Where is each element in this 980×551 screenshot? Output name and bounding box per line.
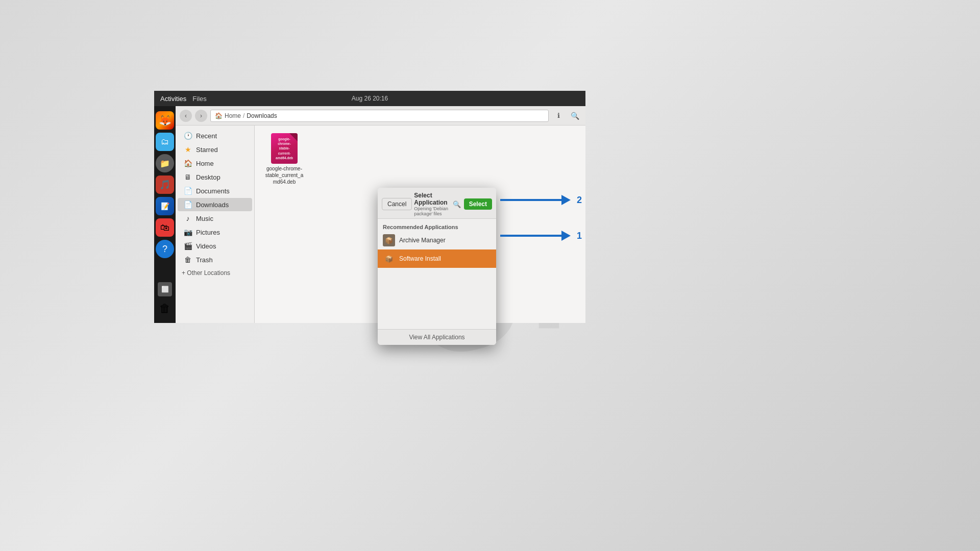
sidebar-item-downloads[interactable]: 📄 Downloads <box>178 198 252 211</box>
software-install-label: Software Install <box>399 255 441 262</box>
dialog-title: Select Application <box>414 192 449 206</box>
breadcrumb: 🏠 Home / Downloads <box>210 110 549 122</box>
select-application-dialog: Cancel Select Application Opening 'Debia… <box>378 188 496 345</box>
home-icon: 🏠 <box>215 112 223 119</box>
videos-icon: 🎬 <box>184 242 192 250</box>
dock-files[interactable]: 🗂 <box>156 133 174 151</box>
sidebar-label-trash: Trash <box>196 256 213 264</box>
annotation-arrow-1: 1 <box>500 231 571 241</box>
deb-file-icon[interactable]: google-chrome-stable-current-amd64.deb g… <box>264 133 305 185</box>
sidebar-label-documents: Documents <box>196 187 230 195</box>
dock-small-1[interactable]: ⬜ <box>158 282 172 296</box>
sidebar: 🕐 Recent ★ Starred 🏠 Home 🖥 Desktop 📄 Do… <box>176 126 255 323</box>
deb-icon-visual: google-chrome-stable-current-amd64.deb <box>271 133 298 164</box>
sidebar-label-recent: Recent <box>196 132 217 140</box>
nav-forward-button[interactable]: › <box>195 110 207 122</box>
dialog-header: Cancel Select Application Opening 'Debia… <box>378 188 496 219</box>
sidebar-item-pictures[interactable]: 📷 Pictures <box>178 226 252 239</box>
cancel-button[interactable]: Cancel <box>382 198 412 210</box>
sidebar-label-home: Home <box>196 160 214 167</box>
arrow-1-body <box>500 235 561 237</box>
annotation-number-2: 2 <box>577 195 582 206</box>
section-label: Recommended Applications <box>378 222 496 231</box>
software-install-icon: 📦 <box>383 253 395 265</box>
home-sidebar-icon: 🏠 <box>184 159 192 167</box>
sidebar-item-home[interactable]: 🏠 Home <box>178 157 252 170</box>
files-toolbar: ‹ › 🏠 Home / Downloads ℹ 🔍 <box>176 106 585 126</box>
sidebar-label-pictures: Pictures <box>196 229 220 236</box>
software-install-item[interactable]: 📦 Software Install <box>378 249 496 268</box>
left-dock: 🦊 🗂 📁 🎵 📝 🛍 ? ⬜ 🗑 <box>154 106 176 323</box>
dock-rhythmbox[interactable]: 🎵 <box>156 176 174 194</box>
annotation-number-1: 1 <box>577 231 582 241</box>
sidebar-item-starred[interactable]: ★ Starred <box>178 143 252 156</box>
select-button[interactable]: Select <box>464 198 492 210</box>
info-button[interactable]: ℹ <box>552 109 565 122</box>
annotation-arrow-2: 2 <box>500 195 571 205</box>
file-label: google-chrome-stable_current_amd64.deb <box>265 165 304 185</box>
arrow-2-body <box>500 199 561 201</box>
view-all-applications-button[interactable]: View All Applications <box>378 329 496 345</box>
sidebar-item-documents[interactable]: 📄 Documents <box>178 184 252 197</box>
sidebar-item-music[interactable]: ♪ Music <box>178 212 252 225</box>
sidebar-label-videos: Videos <box>196 242 216 250</box>
sidebar-item-trash[interactable]: 🗑 Trash <box>178 253 252 266</box>
downloads-icon: 📄 <box>184 201 192 209</box>
dialog-subtitle: Opening 'Debian package' files <box>414 206 449 216</box>
recommended-apps-section: Recommended Applications 📦 Archive Manag… <box>378 219 496 271</box>
archive-manager-item[interactable]: 📦 Archive Manager <box>378 231 496 249</box>
sidebar-item-recent[interactable]: 🕐 Recent <box>178 129 252 142</box>
arrow-1-head <box>561 231 571 241</box>
files-app-label: Files <box>192 95 206 103</box>
desktop-icon: 🖥 <box>184 173 192 181</box>
recent-icon: 🕐 <box>184 132 192 140</box>
arrow-2-head <box>561 195 571 205</box>
activities-button[interactable]: Activities <box>160 95 186 103</box>
dock-app-store[interactable]: 🛍 <box>156 218 174 237</box>
sidebar-item-videos[interactable]: 🎬 Videos <box>178 239 252 253</box>
breadcrumb-separator: / <box>243 112 244 119</box>
sidebar-item-desktop[interactable]: 🖥 Desktop <box>178 170 252 184</box>
other-locations-label: + Other Locations <box>182 269 230 277</box>
search-button[interactable]: 🔍 <box>568 109 581 122</box>
dock-libreoffice[interactable]: 📝 <box>156 197 174 215</box>
breadcrumb-current: Downloads <box>247 112 277 119</box>
dialog-search-button[interactable]: 🔍 <box>452 199 462 209</box>
gnome-top-bar: Activities Files Aug 26 20:16 <box>154 91 585 106</box>
music-icon: ♪ <box>184 214 192 222</box>
dock-firefox[interactable]: 🦊 <box>156 111 174 130</box>
archive-manager-label: Archive Manager <box>399 237 446 244</box>
pictures-icon: 📷 <box>184 228 192 236</box>
dock-help[interactable]: ? <box>156 240 174 258</box>
dialog-empty-area <box>378 271 496 327</box>
sidebar-label-downloads: Downloads <box>196 201 229 209</box>
sidebar-label-desktop: Desktop <box>196 173 220 181</box>
archive-manager-icon: 📦 <box>383 234 395 246</box>
nav-back-button[interactable]: ‹ <box>180 110 192 122</box>
starred-icon: ★ <box>184 145 192 154</box>
dock-file-manager[interactable]: 📁 <box>156 154 174 172</box>
datetime-display: Aug 26 20:16 <box>352 95 388 102</box>
sidebar-label-starred: Starred <box>196 146 218 154</box>
deb-icon-text: google-chrome-stable-current-amd64.deb <box>276 137 293 160</box>
documents-icon: 📄 <box>184 187 192 195</box>
sidebar-item-other-locations[interactable]: + Other Locations <box>176 267 254 279</box>
sidebar-label-music: Music <box>196 215 213 222</box>
breadcrumb-home[interactable]: Home <box>225 112 241 119</box>
dock-trash[interactable]: 🗑 <box>156 299 174 318</box>
trash-sidebar-icon: 🗑 <box>184 256 192 264</box>
